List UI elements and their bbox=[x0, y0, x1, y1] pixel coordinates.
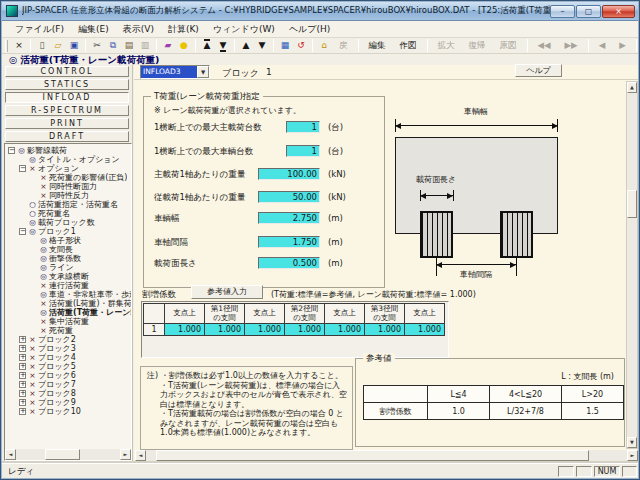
scroll-left-icon[interactable]: ◄ bbox=[135, 450, 146, 461]
menu-item[interactable]: 編集(E) bbox=[71, 21, 116, 38]
new-document-icon[interactable]: ▯ bbox=[34, 39, 50, 53]
maximize-button[interactable]: ▢ bbox=[576, 5, 601, 18]
tree-item[interactable]: +×ブロック2 bbox=[5, 335, 131, 344]
scroll-left-icon[interactable]: ◄ bbox=[5, 449, 16, 460]
tree-item[interactable]: ◎タイトル・オプション bbox=[5, 155, 131, 164]
field-input[interactable]: 2.750 bbox=[258, 212, 320, 224]
collapse-icon[interactable]: − bbox=[8, 147, 15, 154]
tree-item[interactable]: +×ブロック9 bbox=[5, 398, 131, 407]
combobox-value[interactable]: INFLOAD3 bbox=[141, 66, 197, 78]
expand-icon[interactable]: + bbox=[19, 390, 26, 397]
tree-item[interactable]: ○活荷重指定・活荷重名 bbox=[5, 200, 131, 209]
factor-cell[interactable]: 1.000 bbox=[365, 324, 405, 336]
expand-icon[interactable]: + bbox=[19, 363, 26, 370]
tree-item[interactable]: ×死荷重の影響値(正負) bbox=[5, 173, 131, 182]
field-input[interactable]: 1 bbox=[286, 121, 320, 133]
expand-icon[interactable]: + bbox=[19, 381, 26, 388]
scroll-right-icon[interactable]: ► bbox=[627, 450, 638, 461]
minimize-button[interactable]: – bbox=[550, 5, 575, 18]
expand-icon[interactable]: + bbox=[19, 354, 26, 361]
move-up-icon[interactable]: ▲ bbox=[238, 39, 254, 53]
tree-item[interactable]: ×同時性断面力 bbox=[5, 182, 131, 191]
cut-icon[interactable]: ✂ bbox=[89, 39, 105, 53]
window-grid-icon[interactable]: ▦ bbox=[277, 39, 293, 53]
tree-item[interactable]: ◎車道・非常駐車帯・歩道 bbox=[5, 290, 131, 299]
tree-hscrollbar[interactable]: ◄ ► bbox=[5, 449, 131, 460]
tree-item[interactable]: ○死荷重名 bbox=[5, 209, 131, 218]
sidebar-button-print[interactable]: PRINT bbox=[5, 118, 129, 129]
scroll-down-icon[interactable]: ▼ bbox=[627, 437, 637, 448]
tree-item[interactable]: ◎支間長 bbox=[5, 245, 131, 254]
main-hscrollbar[interactable]: ◄ ► bbox=[135, 450, 638, 461]
jump-top-icon[interactable]: ▲ bbox=[199, 39, 215, 53]
field-input[interactable]: 1 bbox=[286, 145, 320, 157]
draw-button[interactable]: 作図 bbox=[393, 39, 424, 53]
close-icon[interactable]: × bbox=[11, 39, 27, 53]
tree-item[interactable]: −◎影響線載荷 bbox=[5, 146, 131, 155]
load-type-combobox[interactable]: INFLOAD3 ▼ bbox=[140, 65, 210, 79]
expand-icon[interactable]: + bbox=[19, 399, 26, 406]
main-vscrollbar[interactable]: ▲ ▼ bbox=[626, 81, 638, 449]
menu-item[interactable]: 表示(V) bbox=[116, 21, 161, 38]
copy-icon[interactable]: ⧉ bbox=[105, 39, 121, 53]
factor-cell[interactable]: 1.000 bbox=[325, 324, 365, 336]
sidebar-button-r-spectrum[interactable]: R-SPECTRUM bbox=[5, 105, 129, 116]
tree-item[interactable]: ◎衝撃係数 bbox=[5, 254, 131, 263]
move-down-icon[interactable]: ▼ bbox=[254, 39, 270, 53]
home-icon[interactable]: ⌂ bbox=[316, 39, 332, 53]
tree-item[interactable]: ◎支承線横断 bbox=[5, 272, 131, 281]
open-folder-icon[interactable]: ▱ bbox=[50, 39, 66, 53]
field-input[interactable]: 1.750 bbox=[258, 236, 320, 248]
help-button[interactable]: ヘルプ bbox=[515, 64, 562, 77]
sidebar-button-draft[interactable]: DRAFT bbox=[5, 131, 129, 142]
sidebar-button-infload[interactable]: INFLOAD bbox=[5, 92, 129, 103]
save-icon[interactable]: ▣ bbox=[66, 39, 82, 53]
scroll-thumb[interactable] bbox=[45, 449, 80, 460]
scroll-thumb[interactable] bbox=[156, 450, 589, 461]
tree-item[interactable]: +×ブロック8 bbox=[5, 389, 131, 398]
factor-cell[interactable]: 1.000 bbox=[165, 324, 205, 336]
tree-item[interactable]: +×ブロック5 bbox=[5, 362, 131, 371]
sidebar-button-control[interactable]: CONTROL bbox=[5, 66, 129, 77]
tree-item[interactable]: −◎ブロック1 bbox=[5, 227, 131, 236]
sidebar-button-statics[interactable]: STATICS bbox=[5, 79, 129, 90]
field-input[interactable]: 100.00 bbox=[258, 168, 320, 180]
tree-item[interactable]: ×集中活荷重 bbox=[5, 317, 131, 326]
tree-item[interactable]: ◎活荷重(T荷重・レーン載 bbox=[5, 308, 131, 317]
collapse-icon[interactable]: − bbox=[19, 228, 26, 235]
close-button[interactable]: × bbox=[602, 5, 635, 18]
factor-cell[interactable]: 1.000 bbox=[205, 324, 245, 336]
tree-item[interactable]: +×ブロック3 bbox=[5, 344, 131, 353]
tree-item[interactable]: −×オプション bbox=[5, 164, 131, 173]
expand-icon[interactable]: + bbox=[19, 372, 26, 379]
menu-item[interactable]: ウィンドウ(W) bbox=[206, 21, 282, 38]
tree-item[interactable]: +×ブロック4 bbox=[5, 353, 131, 362]
tree-item[interactable]: ×連行活荷重 bbox=[5, 281, 131, 290]
tree-item[interactable]: ×活荷重(L荷重)・群集荷 bbox=[5, 299, 131, 308]
expand-icon[interactable]: + bbox=[19, 336, 26, 343]
factor-cell[interactable]: 1.000 bbox=[245, 324, 285, 336]
expand-icon[interactable]: + bbox=[19, 408, 26, 415]
menu-item[interactable]: ファイル(F) bbox=[8, 21, 71, 38]
reference-input-button[interactable]: 参考値入力 bbox=[191, 285, 263, 299]
eraser-icon[interactable]: ▰ bbox=[160, 39, 176, 53]
edit-button[interactable]: 編集 bbox=[362, 39, 393, 53]
scroll-up-icon[interactable]: ▲ bbox=[627, 82, 637, 93]
tree-item[interactable]: ×死荷重 bbox=[5, 326, 131, 335]
tree-item[interactable]: ◎載荷ブロック数 bbox=[5, 218, 131, 227]
lightbulb-icon[interactable]: ● bbox=[176, 39, 192, 53]
tree-item[interactable]: +×ブロック10 bbox=[5, 407, 131, 416]
tree-item[interactable]: ◎格子形状 bbox=[5, 236, 131, 245]
factor-cell[interactable]: 1.000 bbox=[285, 324, 325, 336]
field-input[interactable]: 50.00 bbox=[258, 191, 320, 203]
tree-item[interactable]: +×ブロック6 bbox=[5, 371, 131, 380]
jump-bottom-icon[interactable]: ▼ bbox=[215, 39, 231, 53]
scroll-right-icon[interactable]: ► bbox=[120, 449, 131, 460]
tree-item[interactable]: ◎ライン bbox=[5, 263, 131, 272]
scroll-thumb[interactable] bbox=[627, 190, 637, 218]
field-input[interactable]: 0.500 bbox=[258, 257, 320, 269]
expand-icon[interactable]: + bbox=[19, 345, 26, 352]
collapse-icon[interactable]: − bbox=[19, 165, 26, 172]
chevron-down-icon[interactable]: ▼ bbox=[197, 66, 209, 78]
paste-icon[interactable]: ▤ bbox=[121, 39, 137, 53]
